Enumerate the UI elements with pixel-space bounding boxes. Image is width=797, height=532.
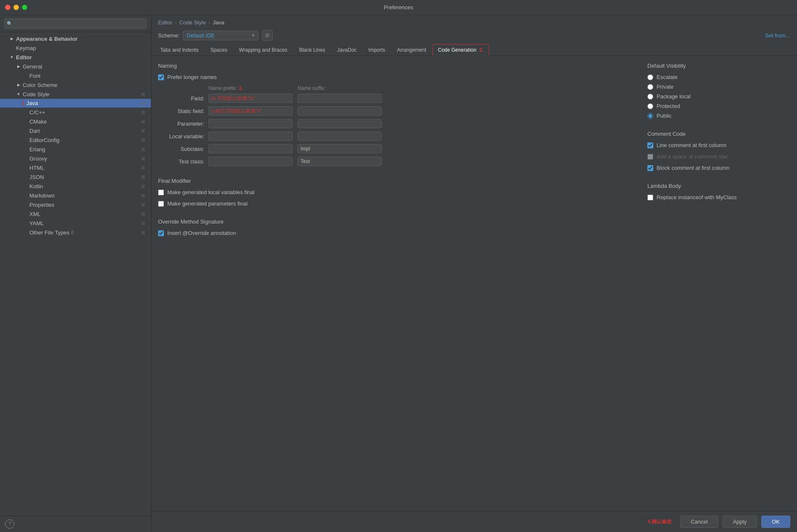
- visibility-escalate-radio[interactable]: [647, 74, 653, 80]
- sidebar-item-label: CMake: [29, 119, 47, 125]
- ok-button[interactable]: OK: [761, 516, 790, 528]
- prefer-longer-names-checkbox[interactable]: [158, 74, 164, 80]
- sidebar-item-dart[interactable]: Dart ⊞: [0, 126, 151, 135]
- block-comment-first-col-checkbox[interactable]: [647, 165, 653, 171]
- tab-javadoc[interactable]: JavaDoc: [332, 44, 362, 56]
- sidebar-item-other-file-types[interactable]: Other File Types 0 ⊞: [0, 228, 151, 237]
- sidebar: 🔍 ▶ Appearance & Behavior Keymap ▼ Edito…: [0, 15, 151, 532]
- visibility-public-row: Public: [647, 113, 790, 119]
- sidebar-item-yaml[interactable]: YAML ⊞: [0, 219, 151, 228]
- cancel-button[interactable]: Cancel: [680, 516, 718, 528]
- naming-field-label: Field:: [158, 95, 208, 102]
- sidebar-item-xml[interactable]: XML ⊞: [0, 209, 151, 219]
- sidebar-item-cpp[interactable]: C/C++ ⊞: [0, 108, 151, 117]
- tab-label: Arrangement: [397, 47, 426, 53]
- sidebar-item-label: Appearance & Behavior: [16, 36, 78, 42]
- window-title: Preferences: [384, 4, 413, 11]
- replace-instanceof-checkbox[interactable]: [647, 195, 653, 200]
- arrow-icon: [22, 109, 29, 116]
- sidebar-item-label: JSON: [29, 174, 44, 180]
- parameter-suffix-input[interactable]: [298, 119, 382, 128]
- maximize-button[interactable]: [22, 5, 27, 10]
- sidebar-item-json[interactable]: JSON ⊞: [0, 172, 151, 182]
- sidebar-item-label: EditorConfig: [29, 137, 60, 143]
- field-prefix-input[interactable]: [208, 94, 293, 103]
- tab-label: Code Generation: [438, 47, 476, 53]
- sidebar-item-properties[interactable]: Properties ⊞: [0, 200, 151, 209]
- sidebar-item-font[interactable]: Font: [0, 71, 151, 80]
- subclass-suffix-input[interactable]: [298, 144, 382, 153]
- copy-icon: ⊞: [141, 165, 148, 171]
- scheme-select[interactable]: Default IDE: [183, 31, 259, 40]
- sidebar-item-appearance-behavior[interactable]: ▶ Appearance & Behavior: [0, 34, 151, 43]
- arrow-icon: [22, 72, 29, 79]
- sidebar-item-groovy[interactable]: Groovy ⊞: [0, 154, 151, 163]
- add-space-comment-checkbox[interactable]: [647, 154, 653, 160]
- search-wrapper: 🔍: [4, 18, 147, 29]
- copy-icon: ⊞: [141, 128, 148, 134]
- naming-section: Naming Prefer longer names Name prefix: …: [158, 63, 631, 166]
- parameter-prefix-input[interactable]: [208, 119, 293, 128]
- static-field-suffix-input[interactable]: [298, 106, 382, 116]
- sidebar-item-editor[interactable]: ▼ Editor: [0, 53, 151, 62]
- tabs-bar: Tabs and Indents Spaces Wrapping and Bra…: [151, 44, 797, 56]
- visibility-private-radio[interactable]: [647, 84, 653, 90]
- search-input[interactable]: [4, 18, 147, 29]
- sidebar-item-java[interactable]: 1 Java ⊞: [0, 99, 151, 108]
- subclass-prefix-input[interactable]: [208, 144, 293, 153]
- sidebar-item-cmake[interactable]: CMake ⊞: [0, 117, 151, 126]
- sidebar-item-color-scheme[interactable]: ▶ Color Scheme: [0, 80, 151, 90]
- tab-blank-lines[interactable]: Blank Lines: [294, 44, 331, 56]
- tab-spaces[interactable]: Spaces: [205, 44, 232, 56]
- tab-label: Wrapping and Braces: [239, 47, 287, 53]
- sidebar-item-html[interactable]: HTML ⊞: [0, 163, 151, 172]
- static-field-prefix-input[interactable]: [208, 106, 293, 116]
- visibility-package-local-radio[interactable]: [647, 94, 653, 100]
- sidebar-item-general[interactable]: ▶ General: [0, 62, 151, 71]
- sidebar-item-erlang[interactable]: Erlang ⊞: [0, 145, 151, 154]
- arrow-icon: ▼: [8, 54, 15, 61]
- tab-tabs-indents[interactable]: Tabs and Indents: [155, 44, 204, 56]
- sidebar-item-label: Java: [26, 100, 38, 106]
- sidebar-item-label: Kotlin: [29, 183, 43, 190]
- test-class-suffix-input[interactable]: [298, 157, 382, 166]
- copy-icon: ⊞: [141, 193, 148, 198]
- tab-label: Tabs and Indents: [160, 47, 198, 53]
- scheme-gear-button[interactable]: ⚙: [262, 30, 273, 41]
- make-params-final-checkbox[interactable]: [158, 201, 164, 207]
- tab-arrangement[interactable]: Arrangement: [391, 44, 431, 56]
- copy-icon: ⊞: [141, 100, 148, 106]
- visibility-protected-radio[interactable]: [647, 103, 653, 109]
- tab-label: Imports: [368, 47, 385, 53]
- visibility-public-radio[interactable]: [647, 113, 653, 119]
- line-comment-first-col-checkbox[interactable]: [647, 142, 653, 148]
- sidebar-item-label: Markdown: [29, 192, 55, 199]
- sidebar-item-editorconfig[interactable]: EditorConfig ⊞: [0, 135, 151, 145]
- copy-icon: ⊞: [141, 147, 148, 152]
- field-suffix-input[interactable]: [298, 94, 382, 103]
- local-var-prefix-input[interactable]: [208, 132, 293, 141]
- local-var-suffix-input[interactable]: [298, 132, 382, 141]
- set-from-link[interactable]: Set from...: [765, 32, 790, 39]
- override-method-header: Override Method Signature: [158, 219, 631, 225]
- minimize-button[interactable]: [13, 5, 19, 10]
- sidebar-item-keymap[interactable]: Keymap: [0, 43, 151, 53]
- naming-subclass-label: Subclass:: [158, 146, 208, 152]
- tab-code-generation[interactable]: Code Generation 2.: [433, 44, 489, 56]
- insert-override-checkbox[interactable]: [158, 230, 164, 236]
- close-button[interactable]: [5, 5, 11, 10]
- arrow-icon: [22, 192, 29, 199]
- help-button[interactable]: ?: [5, 519, 14, 529]
- copy-icon: ⊞: [141, 221, 148, 226]
- test-class-prefix-input[interactable]: [208, 157, 293, 166]
- make-local-final-checkbox[interactable]: [158, 190, 164, 195]
- tab-wrapping-braces[interactable]: Wrapping and Braces: [233, 44, 293, 56]
- sidebar-item-kotlin[interactable]: Kotlin ⊞: [0, 182, 151, 191]
- apply-button[interactable]: Apply: [723, 516, 757, 528]
- sidebar-item-markdown[interactable]: Markdown ⊞: [0, 191, 151, 200]
- sidebar-item-code-style[interactable]: ▼ Code Style ⊞: [0, 90, 151, 99]
- arrow-icon: [22, 174, 29, 180]
- bottom-bar: 4.确认修改 Cancel Apply OK: [151, 511, 797, 532]
- tab-imports[interactable]: Imports: [363, 44, 391, 56]
- naming-static-field-label: Static field:: [158, 108, 208, 114]
